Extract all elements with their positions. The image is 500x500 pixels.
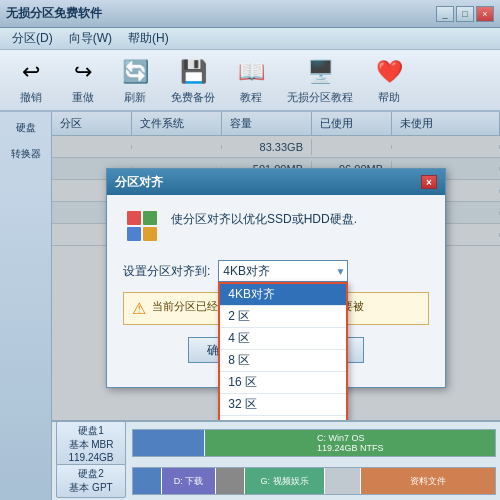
- disk1-row: 硬盘1 基本 MBR 119.24GB C: Win7 OS119.24GB N…: [56, 426, 496, 460]
- help-label: 帮助: [378, 90, 400, 105]
- title-controls: _ □ ×: [436, 6, 494, 22]
- sidebar-item-converter[interactable]: 转换器: [2, 142, 49, 166]
- undo-icon: ↩: [15, 56, 47, 88]
- dialog-field-label: 设置分区对齐到:: [123, 263, 210, 280]
- col-used: 已使用: [312, 112, 392, 135]
- menu-bar: 分区(D) 向导(W) 帮助(H): [0, 28, 500, 50]
- tutorial-label: 教程: [240, 90, 262, 105]
- dialog-close-btn[interactable]: ×: [421, 175, 437, 189]
- dropdown-arrow-icon: ▼: [335, 266, 347, 277]
- dialog-title-text: 分区对齐: [115, 174, 163, 191]
- redo-icon: ↪: [67, 56, 99, 88]
- svg-rect-1: [143, 211, 157, 225]
- dropdown-item-32[interactable]: 32 区: [220, 394, 346, 416]
- dialog-title-bar: 分区对齐 ×: [107, 169, 445, 195]
- dropdown-list: 4KB对齐 2 区 4 区 8 区 16 区 32 区 64 区 128 区 2: [218, 282, 348, 420]
- col-capacity: 容量: [222, 112, 312, 135]
- svg-rect-2: [127, 227, 141, 241]
- dropdown-item-16[interactable]: 16 区: [220, 372, 346, 394]
- modal-overlay: 分区对齐 ×: [52, 136, 500, 420]
- disk2-row: 硬盘2 基本 GPT D: 下载 G: 视频娱乐 资料文件: [56, 464, 496, 498]
- dropdown-item-4kb[interactable]: 4KB对齐: [220, 284, 346, 306]
- refresh-button[interactable]: 🔄 刷新: [112, 51, 158, 110]
- main-window: 无损分区免费软件 _ □ × 分区(D) 向导(W) 帮助(H) ↩ 撤销 ↪ …: [0, 0, 500, 500]
- minimize-btn[interactable]: _: [436, 6, 454, 22]
- warning-icon: ⚠: [132, 299, 146, 318]
- disk2-seg4[interactable]: G: 视频娱乐: [245, 468, 325, 494]
- disk-icon: [123, 207, 159, 248]
- dropdown-item-8[interactable]: 8 区: [220, 350, 346, 372]
- align-dialog: 分区对齐 ×: [106, 168, 446, 388]
- disk2-seg3[interactable]: [216, 468, 245, 494]
- backup-button[interactable]: 💾 免费备份: [164, 51, 222, 110]
- col-unused: 未使用: [392, 112, 500, 135]
- tutorial2-label: 无损分区教程: [287, 90, 353, 105]
- title-bar: 无损分区免费软件 _ □ ×: [0, 0, 500, 28]
- maximize-btn[interactable]: □: [456, 6, 474, 22]
- undo-label: 撤销: [20, 90, 42, 105]
- help-button[interactable]: ❤️ 帮助: [366, 51, 412, 110]
- menu-help[interactable]: 帮助(H): [120, 28, 177, 49]
- tutorial-icon: 📖: [235, 56, 267, 88]
- toolbar: ↩ 撤销 ↪ 重做 🔄 刷新 💾 免费备份 📖 教程 🖥️ 无损分区教程 ❤️ …: [0, 50, 500, 112]
- right-content: 分区 文件系统 容量 已使用 未使用 83.33GB 501.00: [52, 112, 500, 500]
- disk1-seg2[interactable]: C: Win7 OS119.24GB NTFS: [205, 430, 495, 456]
- disk2-info: 硬盘2 基本 GPT: [56, 464, 126, 498]
- disk-visual-area: 硬盘1 基本 MBR 119.24GB C: Win7 OS119.24GB N…: [52, 420, 500, 500]
- svg-rect-3: [143, 227, 157, 241]
- disk1-size: 119.24GB: [61, 452, 121, 463]
- disk2-partitions: D: 下载 G: 视频娱乐 资料文件: [132, 467, 496, 495]
- sidebar-item-harddisk[interactable]: 硬盘: [2, 116, 49, 140]
- dropdown-item-2[interactable]: 2 区: [220, 306, 346, 328]
- dialog-setting-row: 设置分区对齐到: 4KB对齐 ▼ 4KB对齐 2 区: [123, 260, 429, 282]
- disk2-seg6[interactable]: 资料文件: [361, 468, 495, 494]
- disk1-seg1[interactable]: [133, 430, 205, 456]
- dropdown-item-64[interactable]: 64 区: [220, 416, 346, 420]
- disk-list: 83.33GB 501.00MB 96.00MB 82.49GB: [52, 136, 500, 420]
- disk2-seg2[interactable]: D: 下载: [162, 468, 216, 494]
- app-title: 无损分区免费软件: [6, 5, 102, 22]
- col-filesystem: 文件系统: [132, 112, 222, 135]
- disk2-seg1[interactable]: [133, 468, 162, 494]
- disk1-label: C: Win7 OS119.24GB NTFS: [317, 433, 384, 453]
- table-header: 分区 文件系统 容量 已使用 未使用: [52, 112, 500, 136]
- disk1-type: 基本 MBR: [61, 438, 121, 452]
- help-icon: ❤️: [373, 56, 405, 88]
- content-area: 硬盘 转换器 分区 文件系统 容量 已使用 未使用 83.33GB: [0, 112, 500, 500]
- dialog-icon-row: 使分区对齐以优化SSD或HDD硬盘.: [123, 207, 429, 248]
- disk1-info: 硬盘1 基本 MBR 119.24GB: [56, 421, 126, 466]
- dialog-description: 使分区对齐以优化SSD或HDD硬盘.: [171, 207, 357, 228]
- sidebar: 硬盘 转换器: [0, 112, 52, 500]
- disk1-name: 硬盘1: [61, 424, 121, 438]
- dropdown-container: 4KB对齐 ▼ 4KB对齐 2 区 4 区 8 区 16 区: [218, 260, 348, 282]
- dropdown-value: 4KB对齐: [219, 263, 335, 280]
- dropdown-trigger[interactable]: 4KB对齐 ▼: [218, 260, 348, 282]
- tutorial-button[interactable]: 📖 教程: [228, 51, 274, 110]
- disk2-seg5[interactable]: [325, 468, 361, 494]
- dropdown-item-4[interactable]: 4 区: [220, 328, 346, 350]
- disk2-type: 基本 GPT: [61, 481, 121, 495]
- tutorial2-button[interactable]: 🖥️ 无损分区教程: [280, 51, 360, 110]
- tutorial2-icon: 🖥️: [304, 56, 336, 88]
- undo-button[interactable]: ↩ 撤销: [8, 51, 54, 110]
- close-btn[interactable]: ×: [476, 6, 494, 22]
- menu-wizard[interactable]: 向导(W): [61, 28, 120, 49]
- redo-button[interactable]: ↪ 重做: [60, 51, 106, 110]
- disk2-name: 硬盘2: [61, 467, 121, 481]
- disk1-partitions: C: Win7 OS119.24GB NTFS: [132, 429, 496, 457]
- backup-icon: 💾: [177, 56, 209, 88]
- refresh-label: 刷新: [124, 90, 146, 105]
- redo-label: 重做: [72, 90, 94, 105]
- refresh-icon: 🔄: [119, 56, 151, 88]
- svg-rect-0: [127, 211, 141, 225]
- col-partition: 分区: [52, 112, 132, 135]
- dialog-body: 使分区对齐以优化SSD或HDD硬盘. 设置分区对齐到: 4KB对齐 ▼: [107, 195, 445, 375]
- menu-partition[interactable]: 分区(D): [4, 28, 61, 49]
- backup-label: 免费备份: [171, 90, 215, 105]
